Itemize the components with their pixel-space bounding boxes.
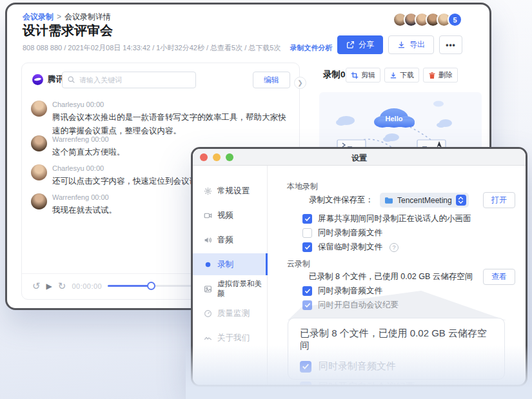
message-time[interactable]: 00:00 bbox=[86, 101, 104, 108]
analysis-link[interactable]: 录制文件分析 bbox=[290, 44, 333, 52]
avatar bbox=[31, 193, 47, 209]
save-location-label: 录制文件保存至： bbox=[309, 195, 373, 206]
help-icon[interactable]: ? bbox=[389, 243, 399, 252]
participants-count-badge[interactable]: 5 bbox=[448, 12, 462, 27]
checkbox-label: 同时开启自动会议纪要 bbox=[319, 381, 415, 387]
download-icon bbox=[397, 41, 406, 49]
video-camera-icon bbox=[204, 211, 212, 220]
slider-progress bbox=[108, 285, 151, 287]
local-recording-section-title: 本地录制 bbox=[287, 181, 318, 192]
search-input[interactable] bbox=[62, 72, 196, 88]
checkbox-label: 保留临时录制文件 bbox=[318, 242, 382, 253]
settings-titlebar: 设置 bbox=[193, 149, 526, 166]
play-button[interactable]: ▶ bbox=[46, 282, 52, 290]
sidebar-item-recording[interactable]: 录制 bbox=[193, 253, 268, 275]
checkbox-label: 同时录制音频文件 bbox=[318, 228, 382, 238]
open-folder-button[interactable]: 打开 bbox=[483, 192, 515, 208]
checkbox-checked-icon[interactable] bbox=[302, 300, 312, 310]
speaker-name: Charlesyu bbox=[52, 101, 84, 108]
checkbox-checked-icon[interactable] bbox=[302, 214, 312, 224]
header-actions: 分享 导出 ••• bbox=[337, 35, 462, 54]
collapse-chevron-button[interactable]: ❯ bbox=[294, 77, 306, 89]
sidebar-label: 视频 bbox=[217, 210, 233, 221]
clip-button[interactable]: 剪辑 bbox=[346, 68, 380, 83]
sidebar-label: 音频 bbox=[217, 235, 233, 246]
seek-slider[interactable] bbox=[108, 282, 200, 290]
checkbox-label: 同时录制音频文件 bbox=[318, 286, 382, 297]
crop-icon bbox=[351, 72, 359, 79]
breadcrumb-link-recordings[interactable]: 会议录制 bbox=[23, 12, 54, 21]
gauge-icon bbox=[204, 309, 212, 318]
sidebar-label: 虚拟背景和美颜 bbox=[217, 279, 268, 298]
checkbox-record-speaker-thumbnail[interactable]: 屏幕共享期间同时录制正在说话人的小画面 bbox=[302, 213, 471, 224]
callout-checkbox-minutes: 同时开启自动会议纪要 bbox=[300, 381, 493, 387]
playback-time: 00:00:00 bbox=[72, 282, 102, 290]
sidebar-item-quality[interactable]: 质量监测 bbox=[193, 302, 268, 324]
sidebar-label: 常规设置 bbox=[217, 186, 250, 197]
speaker-name: Charlesyu bbox=[52, 164, 84, 172]
breadcrumb-current: 会议录制详情 bbox=[64, 12, 111, 21]
speaker-name: Warrenfeng bbox=[52, 135, 89, 143]
avatar bbox=[31, 135, 47, 151]
download-label: 下载 bbox=[400, 70, 414, 80]
slider-knob[interactable] bbox=[147, 282, 155, 290]
delete-label: 删除 bbox=[438, 70, 453, 80]
settings-window: 设置 常规设置 视频 音频 录制 虚拟背景和美颜 质量监测 关于我们 bbox=[191, 147, 527, 387]
checkbox-keep-temp-files[interactable]: 保留临时录制文件 ? bbox=[302, 242, 399, 253]
speaker-name: Warrenfeng bbox=[52, 193, 89, 201]
sidebar-label: 录制 bbox=[217, 259, 233, 270]
checkbox-checked-icon[interactable] bbox=[302, 242, 312, 252]
meta-line: 808 088 880 / 2021年02月08日 14:33:42 / 1小时… bbox=[23, 43, 333, 53]
avatar bbox=[31, 164, 47, 180]
more-actions-button[interactable]: ••• bbox=[439, 35, 462, 54]
checkbox-auto-meeting-minutes[interactable]: 同时开启自动会议纪要 bbox=[302, 300, 399, 311]
checkbox-unchecked-icon[interactable] bbox=[302, 228, 312, 238]
transcript-message: Charlesyu 00:00 腾讯会议本次推出的是一款语音转写文字的效率工具，… bbox=[31, 101, 291, 137]
sidebar-item-general[interactable]: 常规设置 bbox=[193, 180, 268, 202]
share-icon bbox=[346, 41, 355, 49]
audio-player: ↺ ▶ ↻ 00:00:00 bbox=[32, 281, 200, 291]
speaker-icon bbox=[204, 236, 212, 244]
save-location-row: 录制文件保存至： TencentMeeting bbox=[309, 193, 469, 208]
checkbox-record-audio-cloud[interactable]: 同时录制音频文件 bbox=[302, 286, 382, 297]
checkbox-checked-icon bbox=[300, 361, 311, 373]
folder-icon bbox=[384, 197, 393, 204]
message-time[interactable]: 00:00 bbox=[86, 164, 104, 172]
sidebar-item-virtual-background[interactable]: 虚拟背景和美颜 bbox=[193, 278, 268, 300]
keyword-search bbox=[62, 72, 196, 88]
message-text[interactable]: 腾讯会议本次推出的是一款语音转写文字的效率工具，帮助大家快速的掌握会议重点，整理… bbox=[52, 111, 292, 137]
magnified-callout: 已录制 8 个文件，已使用 0.02 GB 云储存空间 同时录制音频文件 同时开… bbox=[288, 318, 505, 380]
tencent-translate-logo-icon bbox=[32, 74, 43, 85]
settings-sidebar: 常规设置 视频 音频 录制 虚拟背景和美颜 质量监测 关于我们 bbox=[193, 166, 268, 385]
rewind-icon[interactable]: ↺ bbox=[32, 281, 41, 291]
sidebar-item-audio[interactable]: 音频 bbox=[193, 229, 268, 251]
export-button[interactable]: 导出 bbox=[388, 35, 434, 54]
breadcrumb-separator: > bbox=[57, 12, 61, 21]
settings-content: 本地录制 录制文件保存至： TencentMeeting 打开 屏幕共享期间同时… bbox=[268, 166, 526, 385]
cloud-usage-text: 已录制 8 个文件，已使用 0.02 GB 云储存空间 bbox=[309, 271, 473, 282]
message-time[interactable]: 00:00 bbox=[91, 193, 109, 201]
export-label: 导出 bbox=[409, 39, 425, 50]
meta-text: 808 088 880 / 2021年02月08日 14:33:42 / 1小时… bbox=[23, 44, 281, 52]
view-cloud-files-button[interactable]: 查看 bbox=[483, 269, 515, 285]
checkbox-record-audio-local[interactable]: 同时录制音频文件 bbox=[302, 228, 382, 238]
share-label: 分享 bbox=[359, 39, 374, 50]
checkbox-checked-icon[interactable] bbox=[302, 286, 312, 296]
hello-text: Hello bbox=[386, 115, 403, 122]
save-folder-select[interactable]: TencentMeeting bbox=[380, 193, 469, 208]
folder-name: TencentMeeting bbox=[397, 196, 452, 205]
message-time[interactable]: 00:00 bbox=[91, 135, 109, 143]
edit-button[interactable]: 编辑 bbox=[253, 72, 290, 88]
delete-button[interactable]: 删除 bbox=[423, 68, 458, 83]
checkbox-checked-icon bbox=[300, 382, 311, 387]
sidebar-item-video[interactable]: 视频 bbox=[193, 204, 268, 226]
forward-icon[interactable]: ↻ bbox=[58, 281, 66, 291]
share-button[interactable]: 分享 bbox=[337, 35, 383, 54]
sidebar-item-about[interactable]: 关于我们 bbox=[193, 327, 268, 349]
stepper-icon[interactable] bbox=[456, 195, 466, 206]
settings-title: 设置 bbox=[193, 153, 526, 164]
gear-icon bbox=[204, 187, 212, 195]
download-button[interactable]: 下载 bbox=[384, 68, 419, 83]
virtual-background-icon bbox=[204, 285, 212, 293]
cloud-recording-section-title: 云录制 bbox=[287, 258, 310, 269]
